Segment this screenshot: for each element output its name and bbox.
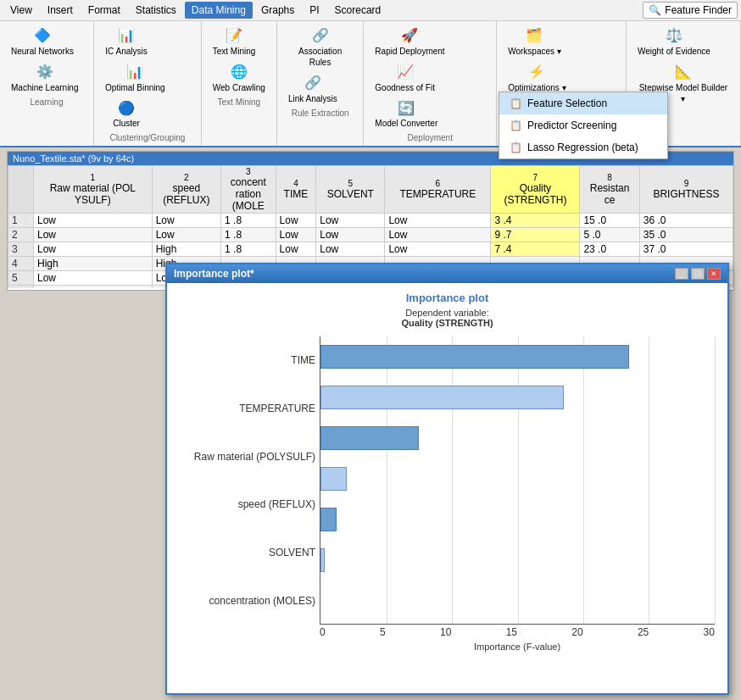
- menu-view[interactable]: View: [3, 2, 39, 19]
- col-3-label: concentration(MOLE: [231, 176, 266, 212]
- cell[interactable]: 37 .0: [639, 242, 733, 257]
- goodness-of-fit-icon: 📈: [397, 64, 414, 81]
- cell[interactable]: 5 .0: [580, 228, 639, 242]
- menu-insert[interactable]: Insert: [41, 2, 80, 19]
- menu-scorecard[interactable]: Scorecard: [328, 2, 388, 19]
- model-converter-icon: 🔄: [398, 100, 415, 118]
- x-label-10: 10: [440, 626, 451, 638]
- col-header-1[interactable]: 1Raw material (POLYSULF): [34, 166, 153, 214]
- ribbon-group-rule-extraction-label: Rule Extraction: [284, 108, 356, 118]
- ribbon-optimal-binning[interactable]: 📊 Optimal Binning: [101, 61, 170, 96]
- cell[interactable]: High: [34, 286, 153, 289]
- cell[interactable]: 7 .4: [491, 242, 580, 257]
- menu-statistics[interactable]: Statistics: [129, 2, 183, 19]
- cell[interactable]: Low: [276, 214, 316, 228]
- cell[interactable]: Low: [34, 271, 153, 286]
- menu-format[interactable]: Format: [81, 2, 127, 19]
- workspaces-label: Workspaces ▾: [508, 46, 561, 57]
- ribbon-association-rules[interactable]: 🔗 Association Rules: [284, 25, 356, 70]
- col-header-4[interactable]: 4TIME: [276, 166, 316, 214]
- col-1-label: Raw material (POLYSULF): [50, 182, 136, 206]
- table-row: 3LowHigh1 .8LowLowLow7 .423 .037 .0: [8, 242, 733, 257]
- y-label-time: TIME: [180, 340, 315, 381]
- cell[interactable]: 3 .4: [491, 214, 580, 228]
- cell[interactable]: 1 .8: [221, 242, 276, 257]
- ribbon-machine-learning[interactable]: ⚙️ Machine Learning: [7, 61, 83, 96]
- ribbon-neural-networks[interactable]: 🔷 Neural Networks: [7, 25, 78, 59]
- x-label-15: 15: [506, 626, 517, 638]
- cell[interactable]: High: [152, 242, 220, 257]
- col-header-8[interactable]: 8Resistance: [580, 166, 639, 214]
- ribbon-goodness-of-fit[interactable]: 📈 Goodness of Fit: [370, 61, 439, 96]
- cell[interactable]: Low: [152, 214, 220, 228]
- bar-row-time: [320, 336, 715, 377]
- cell[interactable]: Low: [385, 242, 491, 257]
- ribbon-ic-analysis[interactable]: 📊 IC Analysis: [101, 25, 152, 59]
- cell[interactable]: Low: [316, 242, 385, 257]
- cell[interactable]: 1 .8: [221, 214, 276, 228]
- ribbon-web-crawling[interactable]: 🌐 Web Crawling: [209, 61, 270, 96]
- dropdown-lasso-regression[interactable]: 📋 Lasso Regression (beta): [499, 136, 667, 158]
- y-label-solvent: SOLVENT: [180, 532, 315, 573]
- row-number: 4: [8, 257, 34, 271]
- y-axis-labels: TIME TEMPERATURE Raw material (POLYSULF)…: [180, 336, 320, 625]
- cell[interactable]: Low: [316, 214, 385, 228]
- cell[interactable]: 9 .7: [491, 228, 580, 242]
- machine-learning-label: Machine Learning: [11, 82, 79, 93]
- cell[interactable]: Low: [385, 228, 491, 242]
- ribbon-optimizations[interactable]: ⚡ Optimizations ▾: [504, 61, 570, 96]
- rapid-deployment-label: Rapid Deployment: [375, 46, 444, 57]
- col-header-3[interactable]: 3concentration(MOLE: [221, 166, 276, 214]
- x-label-5: 5: [380, 626, 386, 638]
- cell[interactable]: Low: [34, 228, 153, 242]
- menu-data-mining[interactable]: Data Mining: [185, 2, 253, 19]
- plot-titlebar: Importance plot* _ □ ✕: [167, 264, 727, 283]
- col-header-5[interactable]: 5SOLVENT: [316, 166, 385, 214]
- cell[interactable]: Low: [385, 214, 491, 228]
- ribbon-link-analysis[interactable]: 🔗 Link Analysis: [284, 72, 342, 107]
- cell[interactable]: Low: [152, 228, 220, 242]
- col-header-7[interactable]: 7Quality(STRENGTH): [491, 166, 580, 214]
- cell[interactable]: High: [34, 257, 153, 271]
- ribbon-group-clustering: 📊 IC Analysis 📊 Optimal Binning 🔵 Cluste…: [94, 21, 202, 146]
- col-header-6[interactable]: 6TEMPERATURE: [385, 166, 491, 214]
- table-row: 1LowLow1 .8LowLowLow3 .415 .036 .0: [8, 214, 733, 228]
- dropdown-predictor-screening-icon: 📋: [510, 119, 522, 131]
- minimize-button[interactable]: _: [675, 268, 688, 280]
- cell[interactable]: 15 .0: [580, 214, 639, 228]
- ic-analysis-label: IC Analysis: [105, 46, 147, 57]
- cell[interactable]: Low: [276, 228, 316, 242]
- ribbon-model-converter[interactable]: 🔄 Model Converter: [370, 97, 442, 132]
- y-label-concentration: concentration (MOLES): [180, 581, 315, 621]
- x-axis-title: Importance (F-value): [180, 642, 715, 652]
- maximize-button[interactable]: □: [691, 268, 705, 280]
- cell[interactable]: 23 .0: [580, 242, 639, 257]
- ribbon-workspaces[interactable]: 🗂️ Workspaces ▾: [504, 25, 566, 59]
- menu-pi[interactable]: PI: [303, 2, 326, 19]
- neural-networks-label: Neural Networks: [11, 46, 74, 57]
- cell[interactable]: 35 .0: [639, 228, 733, 242]
- bar-rawmaterial: [320, 426, 419, 450]
- association-rules-icon: 🔗: [312, 27, 329, 45]
- plot-title-text: Importance plot*: [174, 268, 254, 280]
- feature-finder[interactable]: 🔍 Feature Finder: [643, 2, 738, 19]
- cell[interactable]: Low: [316, 228, 385, 242]
- bar-row-speed: [320, 458, 715, 499]
- ribbon-rapid-deployment[interactable]: 🚀 Rapid Deployment: [370, 25, 448, 59]
- cell[interactable]: 1 .8: [221, 228, 276, 242]
- ribbon-text-mining[interactable]: 📝 Text Mining: [209, 25, 260, 59]
- col-header-2[interactable]: 2speed(REFLUX): [152, 166, 220, 214]
- cell[interactable]: Low: [34, 214, 153, 228]
- close-button[interactable]: ✕: [707, 268, 721, 280]
- cell[interactable]: 36 .0: [639, 214, 733, 228]
- optimal-binning-icon: 📊: [126, 64, 143, 81]
- menu-graphs[interactable]: Graphs: [254, 2, 301, 19]
- cell[interactable]: Low: [276, 242, 316, 257]
- col-header-9[interactable]: 9BRIGHTNESS: [639, 166, 733, 214]
- ribbon-cluster[interactable]: 🔵 Cluster: [101, 97, 152, 132]
- ribbon-group-text-mining: 📝 Text Mining 🌐 Web Crawling Text Mining: [202, 21, 277, 146]
- cell[interactable]: Low: [34, 242, 153, 257]
- dropdown-predictor-screening[interactable]: 📋 Predictor Screening: [499, 114, 667, 136]
- ribbon-weight-of-evidence[interactable]: ⚖️ Weight of Evidence: [633, 25, 715, 59]
- dropdown-feature-selection[interactable]: 📋 Feature Selection: [499, 92, 667, 114]
